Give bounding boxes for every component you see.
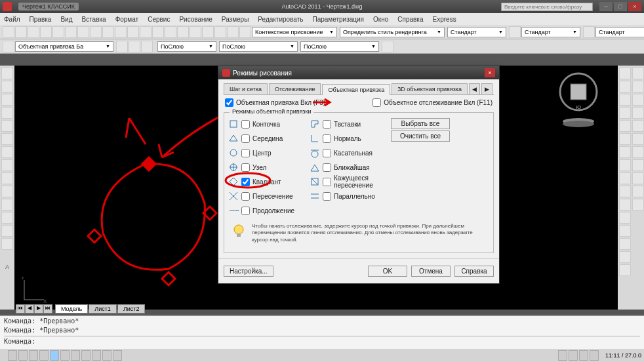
infocenter-search[interactable]: [501, 3, 593, 11]
clear-all-button[interactable]: Очистить все: [391, 131, 450, 142]
layer-match-icon[interactable]: [129, 41, 140, 52]
tab-osnap[interactable]: Объектная привязка: [322, 84, 390, 95]
calc-icon[interactable]: [227, 26, 239, 38]
zoom-window-icon[interactable]: [140, 26, 151, 38]
copy-obj-icon[interactable]: [619, 81, 631, 92]
menu-window[interactable]: Окно: [373, 16, 388, 23]
tab-layout2[interactable]: Лист2: [117, 304, 146, 313]
tool-icon[interactable]: [632, 186, 644, 197]
help-button[interactable]: Справка: [454, 266, 494, 277]
extend-icon[interactable]: [619, 199, 631, 211]
qp-toggle[interactable]: [102, 350, 111, 361]
tab-polar[interactable]: Отслеживание: [269, 83, 321, 94]
break-icon[interactable]: [619, 212, 631, 224]
tool-icon[interactable]: [632, 146, 644, 158]
properties-icon[interactable]: [165, 26, 176, 38]
ortho-toggle[interactable]: [29, 350, 38, 361]
scale-icon[interactable]: [619, 159, 631, 171]
menu-draw[interactable]: Рисование: [179, 16, 212, 23]
rotate-icon[interactable]: [619, 146, 631, 158]
status-button[interactable]: [558, 350, 567, 361]
text-style-dropdown[interactable]: Стандарт▼: [447, 27, 506, 37]
menu-parametric[interactable]: Параметризация: [312, 16, 364, 23]
point-icon[interactable]: [1, 186, 13, 197]
table-icon[interactable]: [1, 212, 13, 224]
spline-icon[interactable]: [1, 146, 13, 158]
tab-3d-osnap[interactable]: 3D объектная привязка: [392, 83, 468, 94]
paste-icon[interactable]: [77, 26, 89, 38]
tool-icon[interactable]: [632, 133, 644, 145]
move-icon[interactable]: [619, 133, 631, 145]
visual-style-dropdown[interactable]: Определить стиль рендеринга▼: [340, 27, 445, 37]
zoom-prev-icon[interactable]: [152, 26, 164, 38]
polygon-icon[interactable]: [1, 94, 13, 106]
ok-button[interactable]: OK: [368, 266, 407, 277]
otrack-on-checkbox[interactable]: Объектное отслеживание Вкл (F11): [372, 98, 493, 107]
color-dropdown[interactable]: ПоСлою▼: [157, 41, 216, 52]
mirror-icon[interactable]: [619, 94, 631, 106]
menu-tools[interactable]: Сервис: [148, 16, 170, 23]
lwt-toggle[interactable]: [92, 350, 101, 361]
tool-icon[interactable]: [632, 94, 644, 106]
sheet-set-icon[interactable]: [202, 26, 214, 38]
toolbar-button[interactable]: [509, 26, 521, 38]
viewcube[interactable]: Ю: [559, 72, 598, 111]
pan-icon[interactable]: [115, 26, 127, 38]
explode-icon[interactable]: [619, 264, 631, 276]
zoom-icon[interactable]: [127, 26, 139, 38]
markup-icon[interactable]: [214, 26, 226, 38]
snap-parallel[interactable]: Параллельно: [323, 192, 375, 201]
maximize-button[interactable]: □: [614, 2, 627, 11]
snap-extension[interactable]: Продолжение: [241, 207, 294, 215]
osnap-toggle[interactable]: [50, 350, 59, 361]
new-icon[interactable]: [3, 26, 14, 38]
lineweight-dropdown[interactable]: ПоСлою▼: [300, 41, 379, 52]
menu-dimension[interactable]: Размеры: [222, 16, 249, 23]
snap-perpendicular[interactable]: Нормаль: [323, 134, 361, 143]
status-button[interactable]: [590, 350, 599, 361]
open-icon[interactable]: [15, 26, 27, 38]
plot-icon[interactable]: [40, 26, 52, 38]
command-window[interactable]: Команда: *Прервано* Команда: *Прервано* …: [0, 315, 644, 349]
doc-tab[interactable]: Чертеж1 КЛАССИК: [18, 3, 79, 10]
layer-state-icon[interactable]: [116, 41, 128, 52]
snap-midpoint[interactable]: Середина: [241, 134, 283, 143]
cancel-button[interactable]: Отмена: [411, 266, 451, 277]
status-button[interactable]: [569, 350, 578, 361]
line-icon[interactable]: [1, 68, 13, 79]
stretch-icon[interactable]: [619, 172, 631, 184]
menu-insert[interactable]: Вставка: [81, 16, 106, 23]
tab-snap-grid[interactable]: Шаг и сетка: [224, 83, 268, 94]
tool-icon[interactable]: [632, 107, 644, 119]
help-icon[interactable]: [239, 26, 251, 38]
byblock-icon[interactable]: [382, 41, 393, 52]
table-style-dropdown[interactable]: Стандарт▼: [595, 27, 644, 37]
tab-next-icon[interactable]: ▶: [34, 304, 43, 313]
erase-icon[interactable]: [619, 68, 631, 79]
circle-icon[interactable]: [1, 133, 13, 145]
cut-icon[interactable]: [52, 26, 64, 38]
layer-prev-icon[interactable]: [141, 41, 153, 52]
region-icon[interactable]: [1, 238, 13, 250]
dialog-close-button[interactable]: ×: [485, 68, 495, 77]
polyline-icon[interactable]: [1, 81, 13, 92]
tool-icon[interactable]: [632, 120, 644, 132]
status-button[interactable]: [579, 350, 588, 361]
tab-first-icon[interactable]: ⏮: [16, 304, 25, 313]
ducs-toggle[interactable]: [71, 350, 80, 361]
text-icon[interactable]: [1, 225, 13, 237]
linetype-dropdown[interactable]: ПоСлою▼: [219, 41, 298, 52]
tab-scroll-right[interactable]: ▶: [481, 83, 493, 94]
hatch-icon[interactable]: [1, 172, 13, 184]
snap-insert[interactable]: Твставки: [323, 120, 361, 129]
model-viewport[interactable]: Ю Y X Режимы рисования × Шаг и сетка: [14, 66, 618, 310]
annotation-scale-dropdown[interactable]: Контекстное присвоение▼: [252, 27, 337, 37]
tool-palettes-icon[interactable]: [190, 26, 201, 38]
snap-toggle[interactable]: [8, 350, 17, 361]
snap-node[interactable]: Узел: [241, 163, 266, 172]
tool-icon[interactable]: [632, 199, 644, 211]
offset-icon[interactable]: [619, 107, 631, 119]
snap-quadrant[interactable]: Квадрант: [241, 178, 281, 186]
snap-nearest[interactable]: Ближайшая: [323, 163, 370, 172]
snap-tangent[interactable]: Касательная: [323, 149, 372, 157]
